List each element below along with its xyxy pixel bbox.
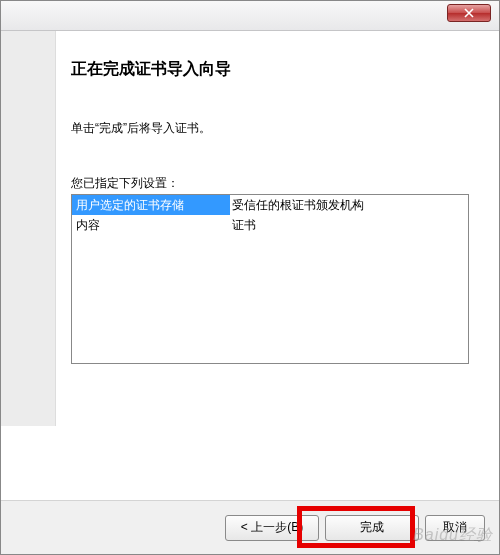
button-bar: < 上一步(B) 完成 取消 [1, 500, 499, 554]
titlebar [1, 1, 499, 31]
wizard-heading: 正在完成证书导入向导 [71, 59, 477, 80]
list-item-value: 证书 [230, 215, 468, 235]
wizard-instruction: 单击“完成”后将导入证书。 [71, 120, 477, 137]
settings-list: 用户选定的证书存储 受信任的根证书颁发机构 内容 证书 [71, 194, 469, 364]
finish-button[interactable]: 完成 [325, 515, 419, 541]
close-icon [464, 8, 474, 18]
list-item-value: 受信任的根证书颁发机构 [230, 195, 468, 215]
back-button[interactable]: < 上一步(B) [225, 515, 319, 541]
dialog-window: 正在完成证书导入向导 单击“完成”后将导入证书。 您已指定下列设置： 用户选定的… [0, 0, 500, 555]
list-item-key: 用户选定的证书存储 [72, 195, 230, 215]
cancel-button[interactable]: 取消 [425, 515, 485, 541]
list-item-key: 内容 [72, 215, 230, 235]
close-button[interactable] [447, 4, 491, 22]
list-item[interactable]: 用户选定的证书存储 受信任的根证书颁发机构 [72, 195, 468, 215]
wizard-content: 正在完成证书导入向导 单击“完成”后将导入证书。 您已指定下列设置： 用户选定的… [1, 31, 499, 501]
settings-caption: 您已指定下列设置： [71, 175, 477, 192]
list-item[interactable]: 内容 证书 [72, 215, 468, 235]
